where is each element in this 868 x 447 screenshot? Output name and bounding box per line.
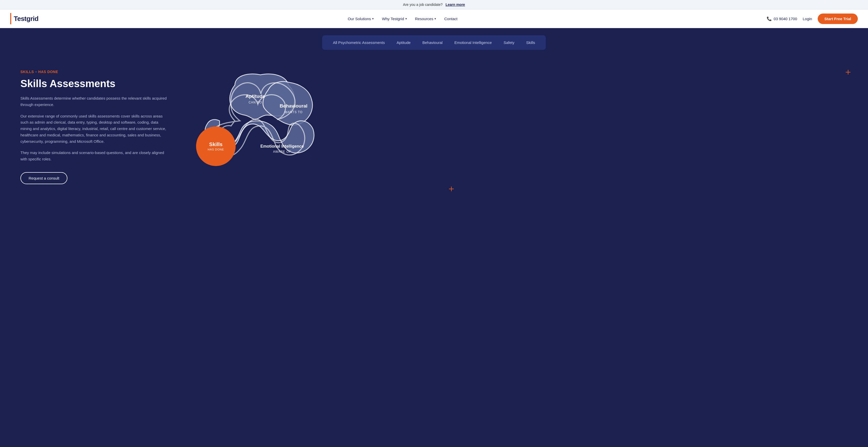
content-left: SKILLS – HAS DONE Skills Assessments Ski… — [21, 70, 168, 184]
phone-area[interactable]: 📞 03 9040 1700 — [767, 16, 797, 21]
pill-all-psychometric[interactable]: All Psychometric Assessments — [328, 38, 389, 47]
logo-area: Testgrid — [10, 13, 38, 24]
phone-number: 03 9040 1700 — [774, 17, 797, 21]
decorative-plus-icon: ＋ — [843, 67, 853, 77]
category-label: SKILLS – HAS DONE — [21, 70, 168, 74]
nav-our-solutions[interactable]: Our Solutions ▾ — [348, 17, 374, 21]
login-link[interactable]: Login — [803, 17, 812, 21]
svg-text:Behavioural: Behavioural — [280, 103, 308, 109]
nav-contact[interactable]: Contact — [444, 17, 458, 21]
description-1: Skills Assessments determine whether can… — [21, 95, 168, 108]
page-title: Skills Assessments — [21, 78, 168, 89]
skills-label: Skills — [209, 142, 222, 147]
svg-text:CAN DO: CAN DO — [249, 101, 262, 104]
nav-resources[interactable]: Resources ▾ — [415, 17, 436, 21]
logo-accent-bar — [10, 13, 11, 24]
main-content: ＋ ＋ SKILLS – HAS DONE Skills Assessments… — [0, 57, 868, 203]
main-nav: Our Solutions ▾ Why Testgrid ▾ Resources… — [348, 17, 458, 21]
chevron-down-icon: ▾ — [405, 17, 407, 21]
request-consult-button[interactable]: Request a consult — [21, 172, 67, 184]
description-2: Our extensive range of commonly used ski… — [21, 113, 168, 145]
header: Testgrid Our Solutions ▾ Why Testgrid ▾ … — [0, 9, 868, 28]
skills-sub-label: HAS DONE — [208, 148, 224, 151]
nav-pills-wrapper: All Psychometric Assessments Aptitude Be… — [0, 28, 868, 57]
pill-safety[interactable]: Safety — [499, 38, 519, 47]
banner-link[interactable]: Learn more — [445, 3, 465, 7]
brain-diagram: Aptitude CAN DO Behavioural WANTS TO Emo… — [184, 70, 327, 187]
chevron-down-icon: ▾ — [372, 17, 374, 21]
skills-circle: Skills HAS DONE — [196, 126, 236, 166]
svg-text:AWARE OF: AWARE OF — [273, 150, 291, 153]
svg-text:WANTS TO: WANTS TO — [285, 110, 303, 114]
nav-why-testgrid[interactable]: Why Testgrid ▾ — [382, 17, 407, 21]
svg-text:Aptitude: Aptitude — [245, 93, 265, 99]
svg-text:Emotional Intelligence: Emotional Intelligence — [260, 144, 304, 148]
banner-text: Are you a job candidate? — [403, 3, 443, 7]
phone-icon: 📞 — [767, 16, 772, 21]
pill-emotional-intelligence[interactable]: Emotional Intelligence — [450, 38, 497, 47]
chevron-down-icon: ▾ — [435, 17, 436, 21]
decorative-plus-icon-2: ＋ — [447, 182, 456, 195]
logo[interactable]: Testgrid — [14, 15, 38, 23]
pill-aptitude[interactable]: Aptitude — [392, 38, 415, 47]
pill-behavioural[interactable]: Behavioural — [418, 38, 447, 47]
nav-pills: All Psychometric Assessments Aptitude Be… — [322, 35, 546, 50]
top-banner: Are you a job candidate? Learn more — [0, 0, 868, 9]
brain-svg: Aptitude CAN DO Behavioural WANTS TO Emo… — [184, 70, 327, 187]
description-3: They may include simulations and scenari… — [21, 150, 168, 162]
pill-skills[interactable]: Skills — [522, 38, 540, 47]
start-free-trial-button[interactable]: Start Free Trial — [818, 13, 858, 24]
header-right: 📞 03 9040 1700 Login Start Free Trial — [767, 13, 858, 24]
